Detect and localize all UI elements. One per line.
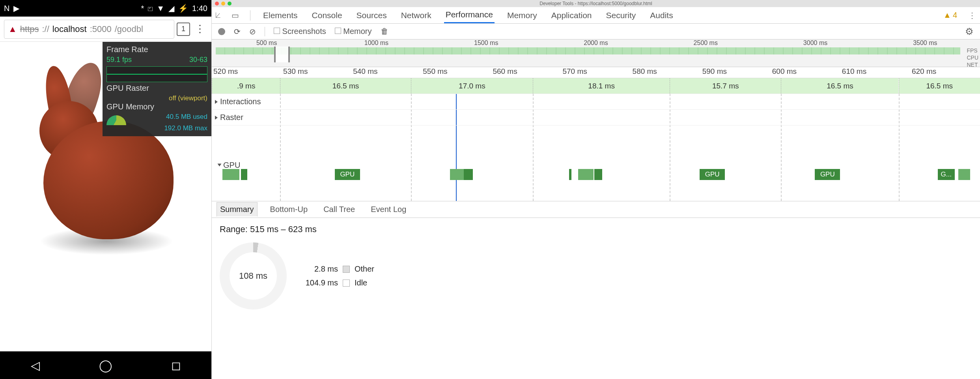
gpu-block[interactable] <box>464 169 473 180</box>
frame-segment[interactable]: 17.0 ms <box>411 78 533 94</box>
clear-button[interactable]: ⊘ <box>249 27 256 36</box>
overview-selection-handle[interactable] <box>274 47 290 62</box>
settings-gear-icon[interactable]: ⚙ <box>965 26 974 37</box>
tab-audits[interactable]: Audits <box>648 7 674 23</box>
flame-chart[interactable]: 520 ms 530 ms 540 ms 550 ms 560 ms 570 m… <box>212 67 980 201</box>
flame-tick: 550 ms <box>421 67 491 78</box>
tab-event-log[interactable]: Event Log <box>368 203 409 216</box>
record-button[interactable] <box>218 28 225 35</box>
window-traffic-lights[interactable] <box>212 2 231 6</box>
legend-time: 2.8 ms <box>302 265 338 274</box>
warnings-badge[interactable]: ▲ 4 <box>943 11 957 20</box>
legend-row-idle: 104.9 ms Idle <box>302 278 374 287</box>
nav-back-button[interactable]: ◁ <box>27 358 43 372</box>
gpu-block[interactable] <box>569 169 571 180</box>
url-host: localhost <box>52 24 87 34</box>
summary-panel: Range: 515 ms – 623 ms 108 ms 2.8 ms Oth… <box>212 218 980 316</box>
overview-row-label: CPU <box>967 54 978 61</box>
tab-call-tree[interactable]: Call Tree <box>320 203 358 216</box>
performance-overview[interactable]: 500 ms 1000 ms 1500 ms 2000 ms 2500 ms 3… <box>212 39 980 67</box>
window-title: Developer Tools - https://localhost:5000… <box>539 1 652 6</box>
minimize-window-icon[interactable] <box>221 2 225 6</box>
tab-elements[interactable]: Elements <box>261 7 299 23</box>
raster-label: Raster <box>220 113 243 122</box>
gpu-block[interactable]: GPU <box>815 169 840 180</box>
legend-swatch-icon <box>343 280 350 287</box>
status-icon: ▶ <box>13 4 19 13</box>
gpu-block[interactable] <box>958 169 970 180</box>
screenshots-checkbox[interactable]: Screenshots <box>274 27 326 36</box>
overview-row-label: FPS <box>967 47 978 54</box>
legend-row-other: 2.8 ms Other <box>302 265 374 274</box>
battery-icon: ⚡ <box>178 4 188 13</box>
tab-application[interactable]: Application <box>550 7 594 23</box>
gc-button[interactable]: 🗑 <box>381 27 388 36</box>
overview-tick: 3000 ms <box>760 39 870 47</box>
legend-swatch-icon <box>343 266 350 273</box>
raster-row[interactable]: Raster <box>212 110 980 126</box>
flame-tick: 570 ms <box>561 67 631 78</box>
tab-memory[interactable]: Memory <box>506 7 539 23</box>
fps-sparkline <box>106 66 207 82</box>
nav-recents-button[interactable]: ◻ <box>168 358 184 372</box>
frame-segment[interactable]: 15.7 ms <box>670 78 781 94</box>
gpu-block[interactable] <box>222 169 239 180</box>
android-status-bar: N ▶ * ⏍ ▼ ◢ ⚡ 1:40 <box>0 0 211 17</box>
vibrate-icon: ⏍ <box>148 4 153 13</box>
gpu-memory-pie-icon <box>106 115 126 125</box>
summary-donut: 108 ms <box>220 242 287 310</box>
gpu-row[interactable]: GPU GPU GPU GPU G... <box>212 126 980 205</box>
flame-tick: 580 ms <box>631 67 701 78</box>
zoom-window-icon[interactable] <box>228 2 231 6</box>
gpu-block[interactable] <box>578 169 594 180</box>
device-toolbar-icon[interactable]: ▭ <box>231 11 239 20</box>
tab-console[interactable]: Console <box>310 7 344 23</box>
gpu-block[interactable] <box>450 169 464 180</box>
tab-performance[interactable]: Performance <box>444 7 495 23</box>
tab-count-button[interactable]: 1 <box>177 23 190 36</box>
tab-network[interactable]: Network <box>399 7 433 23</box>
overview-tick: 2500 ms <box>651 39 760 47</box>
gpu-block[interactable]: GPU <box>700 169 725 180</box>
tab-bottom-up[interactable]: Bottom-Up <box>267 203 311 216</box>
reload-record-button[interactable]: ⟳ <box>234 27 241 36</box>
overview-tick: 3500 ms <box>870 39 980 47</box>
frames-row[interactable]: Frames .9 ms 16.5 ms 17.0 ms 18.1 ms 15.… <box>212 78 980 94</box>
gpu-block[interactable]: GPU <box>335 169 360 180</box>
frame-segment[interactable]: 16.5 ms <box>280 78 411 94</box>
flame-tick: 600 ms <box>771 67 840 78</box>
flame-tick: 610 ms <box>840 67 910 78</box>
url-path: /goodbl <box>115 24 143 34</box>
gpu-block[interactable] <box>594 169 602 180</box>
performance-toolbar: ⟳ ⊘ Screenshots Memory 🗑 ⚙ <box>212 24 980 39</box>
overview-ruler: 500 ms 1000 ms 1500 ms 2000 ms 2500 ms 3… <box>212 39 980 47</box>
summary-total: 108 ms <box>239 271 267 281</box>
overflow-menu-button[interactable]: ⋮ <box>192 23 207 35</box>
fps-value: 59.1 fps <box>106 56 132 64</box>
interactions-row[interactable]: Interactions <box>212 94 980 110</box>
gpu-memory-max: 192.0 MB max <box>164 124 207 132</box>
chrome-fps-overlay: Frame Rate 59.1 fps 30-63 GPU Raster off… <box>103 42 211 136</box>
frame-segment[interactable]: 18.1 ms <box>533 78 670 94</box>
tab-sources[interactable]: Sources <box>355 7 388 23</box>
android-device-frame: N ▶ * ⏍ ▼ ◢ ⚡ 1:40 ▲ https://localhost:5… <box>0 0 212 379</box>
frame-rate-label: Frame Rate <box>106 45 207 54</box>
devtools-menu-icon[interactable]: ⋮ <box>968 11 976 20</box>
flame-tick: 520 ms <box>212 67 282 78</box>
nav-home-button[interactable]: ◯ <box>98 358 114 372</box>
overview-tick: 1000 ms <box>321 39 431 47</box>
flame-tick: 590 ms <box>701 67 771 78</box>
summary-legend: 2.8 ms Other 104.9 ms Idle <box>302 265 374 287</box>
frame-segment[interactable]: 16.5 ms <box>781 78 898 94</box>
url-bar[interactable]: ▲ https://localhost:5000/goodbl <box>4 20 174 39</box>
inspect-element-icon[interactable]: ⟀ <box>216 11 220 20</box>
gpu-block[interactable] <box>241 169 247 180</box>
memory-checkbox[interactable]: Memory <box>335 27 372 36</box>
gpu-memory-used: 40.5 MB used <box>166 113 207 123</box>
frame-segment[interactable]: 16.5 ms <box>899 78 980 94</box>
gpu-memory-label: GPU Memory <box>106 102 207 111</box>
tab-security[interactable]: Security <box>604 7 637 23</box>
gpu-block[interactable]: G... <box>938 169 955 180</box>
frame-segment[interactable]: .9 ms <box>212 78 280 94</box>
close-window-icon[interactable] <box>215 2 219 6</box>
